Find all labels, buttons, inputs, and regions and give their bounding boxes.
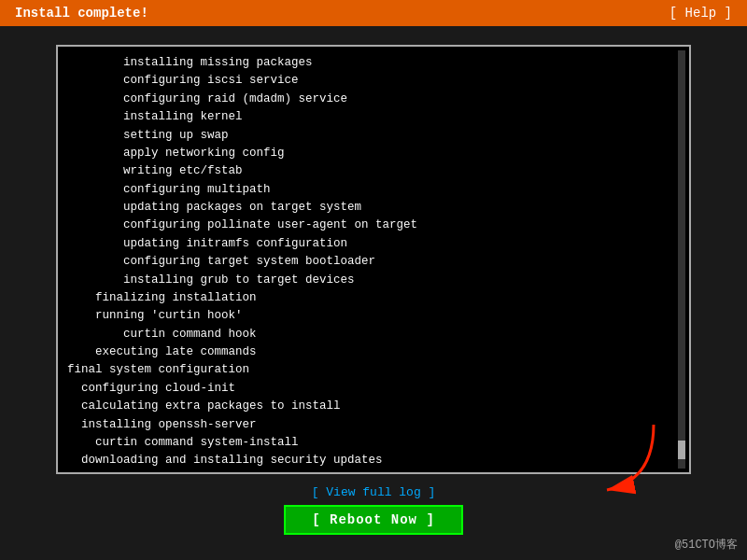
header-help[interactable]: [ Help ] bbox=[669, 6, 732, 21]
header-bar: Install complete! [ Help ] bbox=[0, 0, 747, 26]
header-title: Install complete! bbox=[15, 6, 148, 21]
view-log-link[interactable]: [ View full log ] bbox=[312, 485, 436, 499]
scrollbar-thumb bbox=[678, 441, 685, 459]
reboot-button[interactable]: [ Reboot Now ] bbox=[284, 505, 463, 535]
log-content: installing missing packages configuring … bbox=[67, 54, 680, 474]
main-content: installing missing packages configuring … bbox=[0, 26, 747, 544]
watermark: @51CTO博客 bbox=[675, 537, 738, 553]
scrollbar[interactable] bbox=[678, 50, 685, 469]
log-box: installing missing packages configuring … bbox=[56, 45, 691, 474]
bottom-area: [ View full log ] [ Reboot Now ] bbox=[284, 485, 463, 535]
